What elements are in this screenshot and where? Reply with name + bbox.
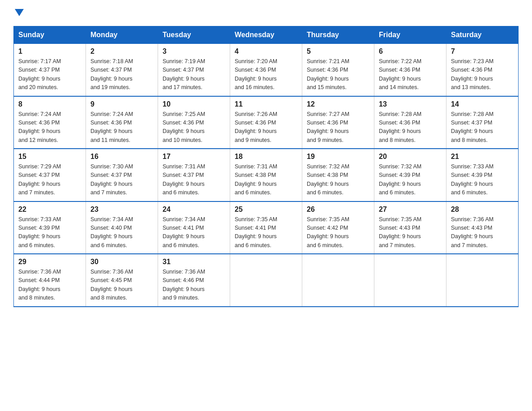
day-info: Sunrise: 7:32 AMSunset: 4:39 PMDaylight:… <box>379 163 442 197</box>
calendar-cell: 17Sunrise: 7:31 AMSunset: 4:37 PMDayligh… <box>158 149 230 201</box>
day-number: 31 <box>163 258 225 266</box>
calendar-cell: 11Sunrise: 7:26 AMSunset: 4:36 PMDayligh… <box>230 96 302 149</box>
day-info: Sunrise: 7:19 AMSunset: 4:37 PMDaylight:… <box>163 57 225 92</box>
day-info: Sunrise: 7:22 AMSunset: 4:36 PMDaylight:… <box>379 57 442 92</box>
day-number: 17 <box>163 153 225 161</box>
header-day-saturday: Saturday <box>446 26 519 44</box>
day-info: Sunrise: 7:36 AMSunset: 4:44 PMDaylight:… <box>18 268 81 303</box>
day-info: Sunrise: 7:36 AMSunset: 4:46 PMDaylight:… <box>163 268 225 303</box>
day-number: 5 <box>307 47 369 56</box>
day-info: Sunrise: 7:28 AMSunset: 4:37 PMDaylight:… <box>451 110 514 145</box>
calendar-header: SundayMondayTuesdayWednesdayThursdayFrid… <box>14 26 519 44</box>
calendar-cell: 16Sunrise: 7:30 AMSunset: 4:37 PMDayligh… <box>86 149 158 201</box>
day-number: 4 <box>235 47 297 56</box>
day-info: Sunrise: 7:31 AMSunset: 4:37 PMDaylight:… <box>163 163 225 197</box>
day-info: Sunrise: 7:35 AMSunset: 4:41 PMDaylight:… <box>235 215 297 250</box>
day-info: Sunrise: 7:17 AMSunset: 4:37 PMDaylight:… <box>18 57 81 92</box>
week-row-5: 29Sunrise: 7:36 AMSunset: 4:44 PMDayligh… <box>14 254 519 307</box>
calendar-cell: 22Sunrise: 7:33 AMSunset: 4:39 PMDayligh… <box>14 201 86 254</box>
day-info: Sunrise: 7:24 AMSunset: 4:36 PMDaylight:… <box>90 110 153 145</box>
week-row-1: 1Sunrise: 7:17 AMSunset: 4:37 PMDaylight… <box>14 44 519 96</box>
calendar-cell: 31Sunrise: 7:36 AMSunset: 4:46 PMDayligh… <box>158 254 230 307</box>
calendar-cell: 1Sunrise: 7:17 AMSunset: 4:37 PMDaylight… <box>14 44 86 96</box>
day-number: 14 <box>451 100 514 108</box>
header-row: SundayMondayTuesdayWednesdayThursdayFrid… <box>14 26 519 44</box>
day-info: Sunrise: 7:27 AMSunset: 4:36 PMDaylight:… <box>307 110 369 145</box>
day-info: Sunrise: 7:25 AMSunset: 4:36 PMDaylight:… <box>163 110 225 145</box>
logo <box>13 9 24 17</box>
day-number: 7 <box>451 47 514 56</box>
day-number: 16 <box>90 153 153 161</box>
day-number: 6 <box>379 47 442 56</box>
day-number: 15 <box>18 153 81 161</box>
calendar-cell: 29Sunrise: 7:36 AMSunset: 4:44 PMDayligh… <box>14 254 86 307</box>
calendar-cell: 2Sunrise: 7:18 AMSunset: 4:37 PMDaylight… <box>86 44 158 96</box>
week-row-4: 22Sunrise: 7:33 AMSunset: 4:39 PMDayligh… <box>14 201 519 254</box>
day-number: 23 <box>90 206 153 214</box>
calendar-cell: 25Sunrise: 7:35 AMSunset: 4:41 PMDayligh… <box>230 201 302 254</box>
day-number: 13 <box>379 100 442 108</box>
calendar-cell: 24Sunrise: 7:34 AMSunset: 4:41 PMDayligh… <box>158 201 230 254</box>
calendar-cell: 8Sunrise: 7:24 AMSunset: 4:36 PMDaylight… <box>14 96 86 149</box>
calendar-table: SundayMondayTuesdayWednesdayThursdayFrid… <box>13 26 519 307</box>
day-info: Sunrise: 7:28 AMSunset: 4:36 PMDaylight:… <box>379 110 442 145</box>
day-info: Sunrise: 7:26 AMSunset: 4:36 PMDaylight:… <box>235 110 297 145</box>
logo-triangle-icon <box>15 9 24 16</box>
calendar-cell: 23Sunrise: 7:34 AMSunset: 4:40 PMDayligh… <box>86 201 158 254</box>
header-day-monday: Monday <box>86 26 158 44</box>
calendar-cell: 19Sunrise: 7:32 AMSunset: 4:38 PMDayligh… <box>302 149 374 201</box>
day-info: Sunrise: 7:31 AMSunset: 4:38 PMDaylight:… <box>235 163 297 197</box>
day-number: 10 <box>163 100 225 108</box>
calendar-cell: 13Sunrise: 7:28 AMSunset: 4:36 PMDayligh… <box>374 96 446 149</box>
day-number: 12 <box>307 100 369 108</box>
day-number: 20 <box>379 153 442 161</box>
day-number: 8 <box>18 100 81 108</box>
calendar-cell: 4Sunrise: 7:20 AMSunset: 4:36 PMDaylight… <box>230 44 302 96</box>
day-number: 29 <box>18 258 81 266</box>
day-info: Sunrise: 7:24 AMSunset: 4:36 PMDaylight:… <box>18 110 81 145</box>
day-number: 2 <box>90 47 153 56</box>
calendar-cell: 6Sunrise: 7:22 AMSunset: 4:36 PMDaylight… <box>374 44 446 96</box>
calendar-cell: 9Sunrise: 7:24 AMSunset: 4:36 PMDaylight… <box>86 96 158 149</box>
header-day-wednesday: Wednesday <box>230 26 302 44</box>
day-info: Sunrise: 7:36 AMSunset: 4:43 PMDaylight:… <box>451 215 514 250</box>
day-info: Sunrise: 7:34 AMSunset: 4:41 PMDaylight:… <box>163 215 225 250</box>
calendar-cell: 20Sunrise: 7:32 AMSunset: 4:39 PMDayligh… <box>374 149 446 201</box>
day-number: 22 <box>18 206 81 214</box>
day-number: 28 <box>451 206 514 214</box>
logo-blue <box>13 9 24 17</box>
day-number: 11 <box>235 100 297 108</box>
header-day-tuesday: Tuesday <box>158 26 230 44</box>
day-number: 30 <box>90 258 153 266</box>
day-info: Sunrise: 7:21 AMSunset: 4:36 PMDaylight:… <box>307 57 369 92</box>
calendar-cell: 26Sunrise: 7:35 AMSunset: 4:42 PMDayligh… <box>302 201 374 254</box>
day-number: 24 <box>163 206 225 214</box>
day-info: Sunrise: 7:35 AMSunset: 4:42 PMDaylight:… <box>307 215 369 250</box>
day-number: 18 <box>235 153 297 161</box>
calendar-cell: 18Sunrise: 7:31 AMSunset: 4:38 PMDayligh… <box>230 149 302 201</box>
calendar-body: 1Sunrise: 7:17 AMSunset: 4:37 PMDaylight… <box>14 44 519 307</box>
day-number: 25 <box>235 206 297 214</box>
calendar-cell <box>302 254 374 307</box>
day-number: 26 <box>307 206 369 214</box>
calendar-cell <box>374 254 446 307</box>
week-row-2: 8Sunrise: 7:24 AMSunset: 4:36 PMDaylight… <box>14 96 519 149</box>
calendar-cell: 10Sunrise: 7:25 AMSunset: 4:36 PMDayligh… <box>158 96 230 149</box>
calendar-cell: 27Sunrise: 7:35 AMSunset: 4:43 PMDayligh… <box>374 201 446 254</box>
header-day-friday: Friday <box>374 26 446 44</box>
day-info: Sunrise: 7:36 AMSunset: 4:45 PMDaylight:… <box>90 268 153 303</box>
day-number: 27 <box>379 206 442 214</box>
week-row-3: 15Sunrise: 7:29 AMSunset: 4:37 PMDayligh… <box>14 149 519 201</box>
day-info: Sunrise: 7:23 AMSunset: 4:36 PMDaylight:… <box>451 57 514 92</box>
day-info: Sunrise: 7:20 AMSunset: 4:36 PMDaylight:… <box>235 57 297 92</box>
header-day-thursday: Thursday <box>302 26 374 44</box>
calendar-cell: 3Sunrise: 7:19 AMSunset: 4:37 PMDaylight… <box>158 44 230 96</box>
calendar-cell: 12Sunrise: 7:27 AMSunset: 4:36 PMDayligh… <box>302 96 374 149</box>
day-number: 19 <box>307 153 369 161</box>
day-info: Sunrise: 7:33 AMSunset: 4:39 PMDaylight:… <box>451 163 514 197</box>
calendar-cell: 30Sunrise: 7:36 AMSunset: 4:45 PMDayligh… <box>86 254 158 307</box>
calendar-cell: 7Sunrise: 7:23 AMSunset: 4:36 PMDaylight… <box>446 44 519 96</box>
calendar-cell: 28Sunrise: 7:36 AMSunset: 4:43 PMDayligh… <box>446 201 519 254</box>
day-number: 1 <box>18 47 81 56</box>
day-info: Sunrise: 7:35 AMSunset: 4:43 PMDaylight:… <box>379 215 442 250</box>
